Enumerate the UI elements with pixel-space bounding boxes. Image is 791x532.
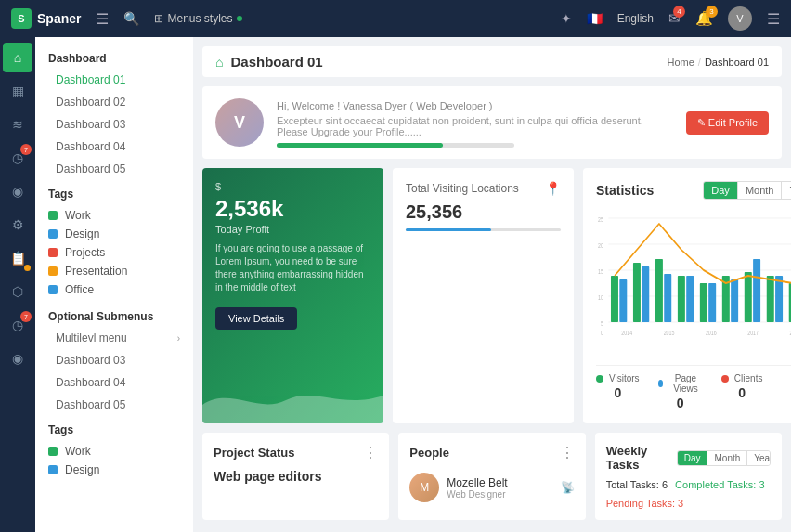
progress-fill xyxy=(277,143,443,148)
visit-progress-fill xyxy=(406,228,491,231)
svg-rect-15 xyxy=(700,283,707,322)
sidebar-opt-dash05[interactable]: Dashboard 05 xyxy=(35,394,193,416)
stats-header: Statistics Day Month Year xyxy=(596,181,791,200)
menus-styles-btn[interactable]: ⊞ Menus styles xyxy=(154,12,241,25)
visitors-dot xyxy=(596,375,603,383)
tag2-dot-work xyxy=(48,447,58,456)
sidebar-item-dashboard02[interactable]: Dashboard 02 xyxy=(35,91,193,113)
greeting-text: Hi, Welcome ! Vanessa Dyer xyxy=(277,100,407,111)
tag-design[interactable]: Design xyxy=(48,225,180,243)
tag2-work[interactable]: Work xyxy=(48,442,180,461)
tag-office[interactable]: Office xyxy=(48,280,180,299)
sidebar-item-dashboard01[interactable]: Dashboard 01 xyxy=(35,69,193,91)
weekly-tab-year[interactable]: Year xyxy=(747,451,771,465)
iconbar-layers[interactable]: ≋ xyxy=(3,110,32,139)
project-status-title: Project Status xyxy=(214,446,294,460)
iconbar-grid[interactable]: ▦ xyxy=(3,76,32,106)
tasks-pending: Pending Tasks: 3 xyxy=(606,498,684,509)
opt-dash05-label: Dashboard 05 xyxy=(56,398,125,411)
sidebar-tags: Tags Work Design Projects Presentation O… xyxy=(35,180,193,303)
sidebar-opt-multilevl[interactable]: Multilevl menu › xyxy=(35,327,193,349)
grid-icon: ⊞ xyxy=(154,12,163,25)
clients-label: Clients xyxy=(734,373,763,383)
project-status-header: Project Status ⋮ xyxy=(214,444,378,461)
profit-amount-value: 2,536k xyxy=(215,196,283,221)
stats-tab-year[interactable]: Year xyxy=(782,182,791,199)
svg-text:0: 0 xyxy=(601,329,603,336)
svg-rect-27 xyxy=(775,276,783,322)
svg-text:2014: 2014 xyxy=(621,329,632,336)
edit-profile-button[interactable]: ✎ Edit Profile xyxy=(686,111,769,135)
welcome-name: Hi, Welcome ! Vanessa Dyer ( Web Develop… xyxy=(277,97,673,112)
optional-title: Optional Submenus xyxy=(35,303,193,327)
iconbar-clock[interactable]: ◷ 7 xyxy=(3,143,32,173)
svg-rect-12 xyxy=(633,263,641,322)
iconbar-layers2[interactable]: ⬡ xyxy=(3,277,32,306)
rss-icon[interactable]: 📡 xyxy=(561,481,575,494)
svg-rect-14 xyxy=(678,276,685,322)
svg-rect-13 xyxy=(655,259,663,322)
tag-label-design: Design xyxy=(65,227,99,240)
stats-tabs: Day Month Year xyxy=(703,181,791,200)
iconbar-settings[interactable]: ⚙ xyxy=(3,210,32,240)
sidebar-dashboard-title: Dashboard xyxy=(35,46,193,69)
stats-title: Statistics xyxy=(596,183,654,198)
bell-icon[interactable]: 🔔 3 xyxy=(695,10,713,27)
avatar[interactable]: V xyxy=(728,6,752,31)
person-name: Mozelle Belt xyxy=(447,476,507,489)
sidebar: Dashboard Dashboard 01 Dashboard 02 Dash… xyxy=(35,37,193,532)
hamburger-icon[interactable]: ☰ xyxy=(96,10,109,28)
stats-tab-month[interactable]: Month xyxy=(738,182,783,199)
mail-icon[interactable]: ✉ 4 xyxy=(668,10,681,27)
page-title: Dashboard 01 xyxy=(230,54,322,70)
svg-rect-18 xyxy=(767,276,774,322)
svg-rect-21 xyxy=(642,266,649,322)
stats-tab-day[interactable]: Day xyxy=(704,182,738,199)
welcome-desc: Excepteur sint occaecat cupidatat non pr… xyxy=(277,115,673,137)
tag-projects[interactable]: Projects xyxy=(48,243,180,262)
person-avatar: M xyxy=(409,473,439,502)
search-icon[interactable]: 🔍 xyxy=(123,11,139,26)
iconbar-note[interactable]: 📋 xyxy=(3,243,32,273)
svg-rect-17 xyxy=(745,272,752,322)
visitors-label: Visitors xyxy=(609,373,640,383)
sidebar-opt-dash03[interactable]: Dashboard 03 xyxy=(35,349,193,371)
visit-title: Total Visiting Locations xyxy=(406,182,519,195)
iconbar-globe[interactable]: ◉ xyxy=(3,176,32,206)
weekly-tasks-header: Weekly Tasks Day Month Year xyxy=(606,444,771,472)
sparkle-icon[interactable]: ✦ xyxy=(561,11,572,26)
people-menu-icon[interactable]: ⋮ xyxy=(560,444,575,461)
tag2-design[interactable]: Design xyxy=(48,461,180,479)
weekly-tab-day[interactable]: Day xyxy=(678,451,708,465)
breadcrumb-home[interactable]: Home xyxy=(667,57,694,68)
weekly-tabs: Day Month Year xyxy=(677,450,771,466)
svg-text:2017: 2017 xyxy=(747,329,759,336)
logo[interactable]: S Spaner xyxy=(11,8,81,29)
tag-dot-design xyxy=(48,229,58,239)
sidebar-opt-dash04[interactable]: Dashboard 04 xyxy=(35,371,193,394)
visit-card-header: Total Visiting Locations 📍 xyxy=(406,181,561,196)
sidebar-item-dashboard04[interactable]: Dashboard 04 xyxy=(35,136,193,158)
svg-text:25: 25 xyxy=(598,215,603,223)
svg-rect-23 xyxy=(686,276,694,322)
iconbar-globe2[interactable]: ◉ xyxy=(3,344,32,373)
weekly-tab-month[interactable]: Month xyxy=(707,451,747,465)
svg-text:10: 10 xyxy=(598,293,603,301)
tags-title: Tags xyxy=(48,188,180,201)
people-title: People xyxy=(409,446,449,460)
sidebar-item-dashboard03[interactable]: Dashboard 03 xyxy=(35,113,193,136)
icon-bar: ⌂ ▦ ≋ ◷ 7 ◉ ⚙ 📋 ⬡ ◷ 7 ◉ xyxy=(0,37,35,532)
profit-card: $ 2,536k Today Profit If you are going t… xyxy=(202,168,383,423)
svg-text:20: 20 xyxy=(598,241,603,249)
tag-work[interactable]: Work xyxy=(48,206,180,225)
opt-dash03-label: Dashboard 03 xyxy=(56,354,125,367)
nav-menu-icon[interactable]: ☰ xyxy=(767,10,780,28)
iconbar-home[interactable]: ⌂ xyxy=(3,43,32,72)
sidebar-item-dashboard05[interactable]: Dashboard 05 xyxy=(35,158,193,180)
tag-presentation[interactable]: Presentation xyxy=(48,262,180,280)
clients-value: 0 xyxy=(721,385,763,400)
view-details-button[interactable]: View Details xyxy=(215,307,297,330)
project-status-menu-icon[interactable]: ⋮ xyxy=(363,444,378,461)
iconbar-clock2[interactable]: ◷ 7 xyxy=(3,310,32,340)
profit-amount: 2,536k xyxy=(215,196,370,222)
